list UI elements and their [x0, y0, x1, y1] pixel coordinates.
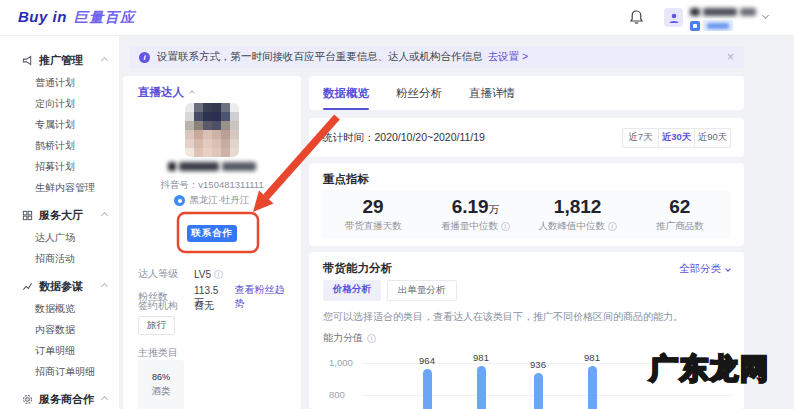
talent-name-redacted — [123, 162, 301, 171]
douyin-id: 抖音号：v150481311111 — [123, 179, 301, 192]
y-axis-tick: 1,000 — [329, 357, 353, 368]
info-icon — [501, 222, 510, 231]
chevron-down-icon — [725, 266, 731, 272]
sidebar-item-exclusive-plan[interactable]: 专属计划 — [0, 114, 119, 135]
range-7d-button[interactable]: 近7天 — [622, 128, 659, 148]
metrics-panel: 29 带货直播天数 6.19万 看播量中位数 1,812 人数峰值中位数 62 … — [322, 190, 731, 239]
talent-profile-panel: 直播达人 抖音号：v150481311111 黑龙江·牡丹江 联系合作 达人等级… — [123, 76, 301, 409]
tab-price-analysis[interactable]: 价格分析 — [323, 280, 381, 301]
sidebar-group-data-advisor[interactable]: 数据参谋 — [0, 274, 119, 298]
category-tile: 86% 酒类 — [138, 360, 184, 409]
grid-icon — [22, 209, 34, 221]
sidebar-item-recruit-plan[interactable]: 招募计划 — [0, 156, 119, 177]
bell-icon[interactable] — [628, 9, 645, 26]
sidebar-group-service-provider[interactable]: 服务商合作 — [0, 387, 119, 409]
gear-icon — [22, 393, 34, 405]
chevron-up-icon — [189, 90, 195, 96]
notice-banner: i 设置联系方式，第一时间接收百应平台重要信息、达人或机构合作信息 去设置 > … — [129, 46, 744, 68]
key-metrics-title: 重点指标 — [323, 172, 369, 187]
panel-title-live-talent[interactable]: 直播达人 — [138, 85, 194, 100]
stat-time-label: 统计时间：2020/10/20~2020/11/19 — [322, 131, 485, 145]
chart-bar-group: 936 — [518, 336, 558, 409]
chart-bar-group: 964 — [407, 336, 447, 409]
stat-time-card: 统计时间：2020/10/20~2020/11/19 近7天 近30天 近90天 — [309, 118, 744, 157]
line-chart-icon — [22, 280, 34, 292]
range-30d-button[interactable]: 近30天 — [658, 128, 695, 148]
sidebar-item-merchant-order-detail[interactable]: 招商订单明细 — [0, 361, 119, 382]
chart-bar — [423, 369, 432, 409]
sidebar-item-content-data[interactable]: 内容数据 — [0, 319, 119, 340]
app-logo: Buy in 巨量百应 — [18, 8, 136, 27]
info-icon — [214, 270, 223, 279]
location-text: 黑龙江·牡丹江 — [189, 194, 249, 207]
sidebar-item-fresh-content[interactable]: 生鲜内容管理 — [0, 177, 119, 198]
ability-title: 带货能力分析 — [323, 261, 392, 276]
info-icon — [608, 222, 617, 231]
merchant-badge-icon — [690, 21, 700, 31]
sidebar-item-normal-plan[interactable]: 普通计划 — [0, 72, 119, 93]
category-percent: 86 — [152, 372, 162, 382]
logo-buyin-text: Buy in — [18, 8, 67, 25]
sidebar-item-queqiao-plan[interactable]: 鹊桥计划 — [0, 135, 119, 156]
detail-tabs-card: 数据概览 粉丝分析 直播详情 — [309, 76, 744, 110]
metric-live-days: 29 带货直播天数 — [322, 190, 424, 239]
sidebar-item-order-detail[interactable]: 订单明细 — [0, 340, 119, 361]
chart-bar — [477, 366, 486, 409]
category-name: 酒类 — [138, 385, 184, 398]
category-filter-dropdown[interactable]: 全部分类 — [679, 262, 730, 276]
metric-view-median: 6.19万 看播量中位数 — [424, 190, 526, 239]
range-90d-button[interactable]: 近90天 — [694, 128, 731, 148]
tab-live-detail[interactable]: 直播详情 — [469, 76, 515, 110]
user-avatar[interactable] — [664, 8, 683, 27]
chevron-up-icon — [101, 56, 108, 63]
main-category-title: 主推类目 — [138, 346, 178, 360]
person-icon — [668, 12, 680, 24]
agency-row: 签约机构 暂无 — [138, 299, 293, 313]
agency-value: 暂无 — [194, 299, 214, 313]
location-row: 黑龙江·牡丹江 — [123, 194, 301, 207]
tag-travel: 旅行 — [138, 316, 175, 335]
y-axis-tick: 800 — [329, 389, 345, 400]
chart-bar-group: 981 — [572, 336, 612, 409]
chevron-up-icon — [101, 211, 108, 218]
chart-bar — [534, 373, 543, 409]
notice-text: 设置联系方式，第一时间接收百应平台重要信息、达人或机构合作信息 — [157, 50, 483, 64]
talent-level-row: 达人等级 LV5 — [138, 267, 293, 281]
chevron-up-icon — [101, 395, 108, 402]
logo-juliang-baiying-text: 巨量百应 — [74, 9, 136, 27]
ability-description: 您可以选择适合的类目，查看达人在该类目下，推广不同价格区间的商品的能力。 — [323, 310, 683, 324]
notice-settings-link[interactable]: 去设置 > — [488, 50, 529, 64]
tab-data-overview[interactable]: 数据概览 — [323, 76, 369, 110]
tab-order-volume-analysis[interactable]: 出单量分析 — [387, 280, 457, 301]
contact-cooperation-button[interactable]: 联系合作 — [187, 225, 237, 242]
merchant-badge-redacted — [703, 20, 733, 31]
key-metrics-card: 重点指标 29 带货直播天数 6.19万 看播量中位数 1,812 人数峰值中位… — [309, 163, 744, 246]
chevron-down-icon[interactable] — [762, 12, 769, 19]
close-icon[interactable]: × — [727, 51, 734, 63]
chevron-up-icon — [101, 282, 108, 289]
megaphone-icon — [22, 54, 34, 66]
time-range-selector: 近7天 近30天 近90天 — [622, 128, 731, 148]
info-icon: i — [139, 52, 150, 63]
sidebar-item-merchant-activity[interactable]: 招商活动 — [0, 248, 119, 269]
location-icon — [174, 195, 185, 206]
chart-bar — [588, 366, 597, 409]
sidebar-item-talent-square[interactable]: 达人广场 — [0, 227, 119, 248]
user-name-redacted[interactable] — [690, 8, 756, 16]
sidebar-group-promotion[interactable]: 推广管理 — [0, 48, 119, 72]
user-badge-row — [690, 20, 733, 31]
sidebar-item-data-overview[interactable]: 数据概览 — [0, 298, 119, 319]
app-header: Buy in 巨量百应 — [0, 0, 794, 36]
chart-bar-group: 981 — [461, 336, 501, 409]
sidebar-group-service-hall[interactable]: 服务大厅 — [0, 203, 119, 227]
metric-peak-median: 1,812 人数峰值中位数 — [527, 190, 629, 239]
sidebar-item-targeted-plan[interactable]: 定向计划 — [0, 93, 119, 114]
level-value: LV5 — [194, 269, 211, 280]
avatar — [185, 103, 239, 157]
sidebar: 推广管理 普通计划 定向计划 专属计划 鹊桥计划 招募计划 生鲜内容管理 服务大… — [0, 36, 120, 409]
tab-fans-analysis[interactable]: 粉丝分析 — [396, 76, 442, 110]
metric-product-count: 62 推广商品数 — [629, 190, 731, 239]
watermark-text: 广东龙网 — [650, 350, 770, 388]
